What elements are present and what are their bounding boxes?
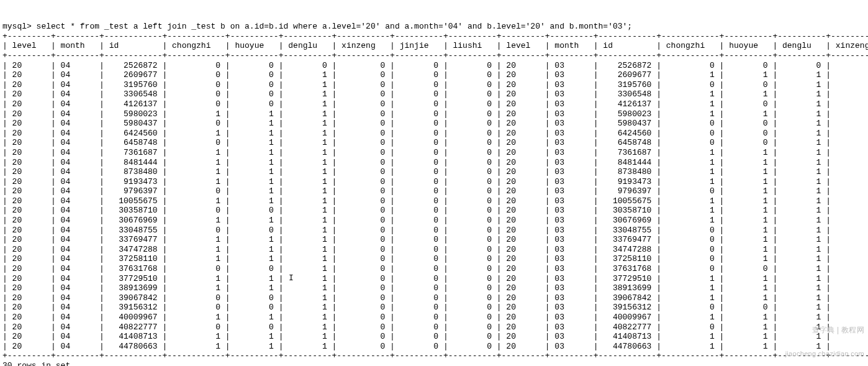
watermark: 查字典 | 教程网 jiaocheng.chazidian.com bbox=[785, 311, 864, 365]
mysql-output: mysql> select * from _test a left join _… bbox=[2, 22, 866, 366]
watermark-text-2: jiaocheng.chazidian.com bbox=[785, 350, 864, 357]
watermark-text-1: 查字典 | 教程网 bbox=[785, 326, 864, 334]
